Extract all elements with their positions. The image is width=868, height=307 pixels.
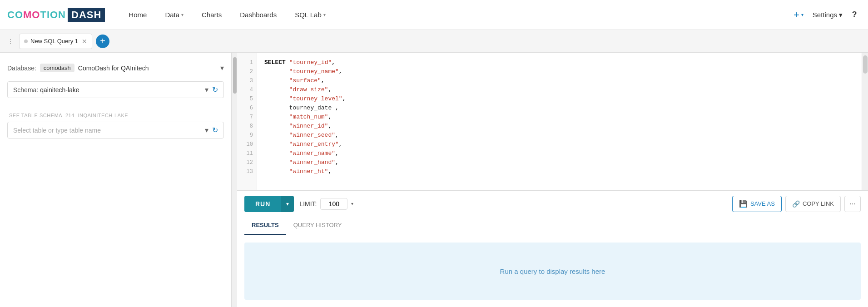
see-table-section: SEE TABLE SCHEMA 214 INQAINITECH-LAKE Se… [7, 105, 224, 139]
logo-co: CO [7, 9, 23, 20]
run-dropdown-icon: ▾ [286, 201, 289, 207]
limit-label: LIMIT: [299, 200, 317, 208]
logo-mo: MO [23, 9, 40, 20]
run-btn-group: RUN ▾ [244, 196, 294, 212]
table-refresh-icon[interactable]: ↻ [212, 126, 218, 134]
data-chevron-icon: ▾ [181, 12, 184, 17]
add-tab-button[interactable]: + [96, 35, 109, 48]
code-editor[interactable]: 1 2 3 4 5 6 7 8 9 10 11 12 13 SELECT "to… [237, 53, 868, 191]
line-num-6: 6 [246, 104, 257, 113]
line-num-4: 4 [246, 85, 257, 94]
drag-icon: ⋮ [7, 38, 14, 45]
nav-charts[interactable]: Charts [193, 0, 231, 30]
database-section: Database: comodash ComoDash for QAInitec… [7, 60, 224, 72]
table-select-row[interactable]: Select table or type table name ▾ ↻ [7, 122, 224, 139]
limit-dropdown-icon[interactable]: ▾ [351, 201, 353, 206]
plus-icon: + [794, 9, 799, 21]
limit-input[interactable] [320, 198, 347, 210]
line-num-10: 10 [243, 140, 257, 149]
database-dropdown-icon[interactable]: ▾ [220, 64, 224, 72]
nav-links: Home Data ▾ Charts Dashboards SQL Lab ▾ [119, 0, 790, 30]
add-button[interactable]: + ▾ [790, 7, 807, 23]
editor-area: 1 2 3 4 5 6 7 8 9 10 11 12 13 SELECT "to… [237, 53, 868, 307]
nav-data[interactable]: Data ▾ [156, 0, 193, 30]
logo-tion: TION [40, 9, 66, 20]
action-bar: RUN ▾ LIMIT: ▾ 💾 SAVE AS 🔗 COPY LINK [237, 191, 868, 216]
sql-lab-chevron-icon: ▾ [323, 12, 326, 17]
tab-query-history[interactable]: QUERY HISTORY [286, 216, 349, 235]
link-icon: 🔗 [792, 200, 800, 208]
line-numbers: 1 2 3 4 5 6 7 8 9 10 11 12 13 [237, 53, 257, 190]
table-select-placeholder: Select table or type table name [13, 127, 205, 134]
main-content: Database: comodash ComoDash for QAInitec… [0, 53, 868, 307]
schema-row: Schema: qainitech-lake ▾ ↻ [7, 81, 224, 98]
editor-scrollbar[interactable] [862, 53, 868, 190]
settings-chevron-icon: ▾ [839, 11, 843, 19]
line-num-9: 9 [246, 131, 257, 140]
more-button[interactable]: ··· [844, 196, 861, 212]
logo-dash: DASH [68, 8, 105, 22]
sql-query-tab[interactable]: New SQL Query 1 ✕ [19, 34, 92, 49]
editor-scrollbar-thumb [863, 55, 868, 74]
line-num-1: 1 [246, 58, 257, 67]
results-empty-text: Run a query to display results here [500, 267, 605, 275]
see-table-label: SEE TABLE SCHEMA 214 INQAINITECH-LAKE [7, 113, 224, 118]
line-num-8: 8 [246, 122, 257, 131]
tab-close-icon[interactable]: ✕ [82, 38, 87, 45]
save-icon: 💾 [739, 200, 748, 208]
line-num-2: 2 [246, 67, 257, 76]
run-button[interactable]: RUN [244, 196, 281, 212]
results-empty: Run a query to display results here [244, 243, 861, 300]
line-num-12: 12 [243, 158, 257, 167]
code-content[interactable]: SELECT "tourney_id", "tourney_name", "su… [257, 53, 862, 190]
settings-button[interactable]: Settings ▾ [813, 11, 843, 19]
tabs-bar: ⋮ New SQL Query 1 ✕ + [0, 30, 868, 53]
left-sidebar-scrollbar[interactable] [232, 53, 237, 307]
run-dropdown-button[interactable]: ▾ [281, 196, 294, 212]
table-dropdown-icon[interactable]: ▾ [205, 126, 208, 134]
left-scrollbar-thumb [233, 57, 237, 94]
results-tabs: RESULTS QUERY HISTORY [237, 216, 868, 235]
help-button[interactable]: ? [848, 9, 861, 21]
nav-home[interactable]: Home [119, 0, 156, 30]
schema-value: qainitech-lake [40, 86, 205, 94]
nav-sql-lab[interactable]: SQL Lab ▾ [286, 0, 335, 30]
navbar: COMOTION DASH Home Data ▾ Charts Dashboa… [0, 0, 868, 30]
database-label: Database: [7, 64, 36, 72]
action-right: 💾 SAVE AS 🔗 COPY LINK ··· [732, 196, 861, 212]
copy-link-button[interactable]: 🔗 COPY LINK [785, 196, 841, 212]
nav-right: + ▾ Settings ▾ ? [790, 7, 861, 23]
schema-label: Schema: [13, 86, 38, 94]
add-chevron-icon: ▾ [801, 12, 804, 17]
save-as-label: SAVE AS [750, 200, 775, 207]
line-num-7: 7 [246, 113, 257, 122]
line-num-13: 13 [243, 167, 257, 176]
results-area: RESULTS QUERY HISTORY Run a query to dis… [237, 216, 868, 307]
schema-section: Schema: qainitech-lake ▾ ↻ [7, 79, 224, 98]
database-badge: comodash [40, 64, 74, 72]
line-num-11: 11 [243, 149, 257, 158]
limit-group: LIMIT: ▾ [299, 198, 353, 210]
app-logo: COMOTION DASH [7, 8, 105, 22]
tab-results[interactable]: RESULTS [244, 216, 286, 235]
schema-dropdown-icon[interactable]: ▾ [205, 85, 208, 94]
database-name: ComoDash for QAInitech [78, 64, 149, 72]
schema-refresh-icon[interactable]: ↻ [212, 85, 218, 94]
save-as-button[interactable]: 💾 SAVE AS [732, 196, 782, 212]
copy-link-label: COPY LINK [803, 200, 834, 207]
line-num-5: 5 [246, 94, 257, 104]
tab-label: New SQL Query 1 [30, 38, 78, 45]
nav-dashboards[interactable]: Dashboards [231, 0, 286, 30]
line-num-3: 3 [246, 76, 257, 85]
database-row: Database: comodash ComoDash for QAInitec… [7, 64, 224, 72]
tab-status-dot [24, 40, 28, 43]
left-sidebar: Database: comodash ComoDash for QAInitec… [0, 53, 232, 307]
